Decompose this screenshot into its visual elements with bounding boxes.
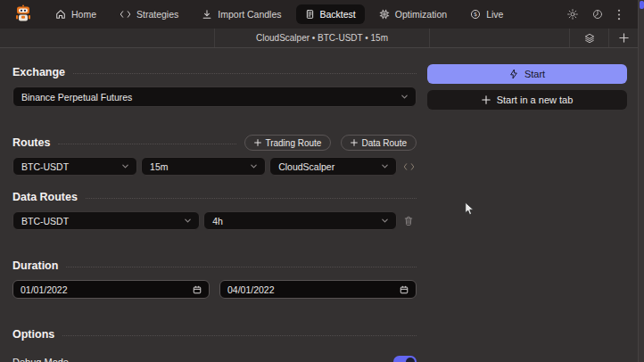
sessions-button[interactable] bbox=[569, 29, 608, 47]
scrollbar[interactable] bbox=[638, 0, 644, 362]
plus-icon bbox=[351, 139, 358, 146]
chevron-down-icon bbox=[250, 162, 258, 170]
data-routes-heading: Data Routes bbox=[12, 191, 78, 203]
exchange-heading: Exchange bbox=[12, 66, 65, 78]
start-new-tab-button[interactable]: Start in a new tab bbox=[427, 90, 627, 110]
exchange-section-header: Exchange bbox=[12, 64, 417, 80]
section-divider bbox=[66, 267, 417, 267]
start-button-label: Start bbox=[524, 69, 545, 79]
layers-icon bbox=[584, 33, 595, 44]
activity-gauge-button[interactable] bbox=[592, 9, 603, 20]
nav-label: Import Candles bbox=[218, 9, 281, 20]
data-routes-section-header: Data Routes bbox=[12, 189, 417, 205]
nav-label: Optimization bbox=[395, 9, 447, 20]
route-symbol-value: BTC-USDT bbox=[21, 161, 69, 172]
add-trading-route-label: Trading Route bbox=[265, 138, 321, 148]
session-tab[interactable]: CloudScalper • BTC-USDT • 15m bbox=[214, 29, 430, 47]
chip-icon bbox=[379, 9, 390, 20]
start-new-tab-label: Start in a new tab bbox=[497, 95, 574, 105]
nav-item-home[interactable]: Home bbox=[46, 4, 105, 24]
pie-chart-icon bbox=[592, 9, 603, 20]
duration-row: 01/01/2022 04/01/2022 bbox=[12, 280, 417, 299]
backtest-page: Exchange Binance Perpetual Futures Route… bbox=[0, 48, 644, 362]
toolbar-icons bbox=[569, 29, 638, 47]
nav-item-optimization[interactable]: Optimization bbox=[370, 4, 456, 24]
plus-icon bbox=[254, 139, 261, 146]
data-route-timeframe-value: 4h bbox=[212, 216, 223, 226]
nav-item-strategies[interactable]: Strategies bbox=[111, 4, 187, 24]
plus-icon bbox=[482, 95, 491, 104]
plus-icon bbox=[619, 33, 629, 43]
nav-label: Live bbox=[486, 9, 503, 20]
delete-data-route-button[interactable] bbox=[400, 216, 417, 226]
route-strategy-select[interactable]: CloudScalper bbox=[269, 157, 397, 176]
session-title: CloudScalper • BTC-USDT • 15m bbox=[256, 33, 388, 43]
exchange-select[interactable]: Binance Perpetual Futures bbox=[12, 86, 417, 107]
section-divider bbox=[58, 144, 236, 144]
nav-label: Backtest bbox=[320, 9, 356, 20]
chevron-down-icon bbox=[381, 217, 389, 225]
route-timeframe-select[interactable]: 15m bbox=[141, 157, 266, 176]
route-timeframe-value: 15m bbox=[150, 161, 168, 172]
data-route-row: BTC-USDT 4h bbox=[12, 211, 417, 230]
more-menu-button[interactable] bbox=[617, 9, 621, 21]
options-heading: Options bbox=[12, 328, 54, 341]
calendar-icon bbox=[193, 285, 202, 294]
scrollbar-thumb[interactable] bbox=[640, 1, 644, 9]
data-route-symbol-select[interactable]: BTC-USDT bbox=[12, 211, 200, 230]
section-divider bbox=[73, 73, 417, 74]
debug-mode-toggle[interactable] bbox=[393, 356, 417, 362]
download-icon bbox=[202, 9, 212, 20]
trading-route-row: BTC-USDT 15m CloudScalper bbox=[12, 157, 417, 176]
duration-section-header: Duration bbox=[12, 258, 417, 274]
code-icon bbox=[403, 162, 415, 171]
route-symbol-select[interactable]: BTC-USDT bbox=[12, 157, 137, 176]
robot-logo-icon bbox=[13, 4, 33, 24]
nav-item-backtest[interactable]: Backtest bbox=[296, 4, 365, 24]
debug-mode-label: Debug Mode bbox=[12, 357, 69, 362]
chevron-down-icon bbox=[121, 162, 129, 170]
route-strategy-value: CloudScalper bbox=[278, 161, 334, 172]
data-route-timeframe-select[interactable]: 4h bbox=[203, 211, 397, 230]
exchange-selected-value: Binance Perpetual Futures bbox=[21, 92, 132, 103]
code-icon bbox=[120, 10, 131, 19]
actions-panel: Start Start in a new tab bbox=[427, 64, 627, 362]
add-data-route-label: Data Route bbox=[361, 138, 407, 148]
section-divider bbox=[86, 198, 417, 199]
start-date-value: 01/01/2022 bbox=[21, 284, 68, 295]
main-nav: Home Strategies Import Candles Backtest … bbox=[46, 4, 512, 24]
nav-label: Home bbox=[71, 9, 96, 20]
chevron-down-icon bbox=[184, 217, 192, 225]
view-strategy-code-button[interactable] bbox=[400, 162, 417, 171]
options-section-header: Options bbox=[12, 326, 417, 342]
navbar-right-icons bbox=[567, 9, 621, 21]
add-data-route-button[interactable]: Data Route bbox=[341, 135, 417, 151]
start-date-input[interactable]: 01/01/2022 bbox=[12, 280, 210, 299]
start-button[interactable]: Start bbox=[427, 64, 627, 84]
end-date-value: 04/01/2022 bbox=[227, 284, 275, 295]
dollar-circle-icon: $ bbox=[470, 9, 481, 20]
debug-mode-row: Debug Mode bbox=[12, 356, 417, 362]
calendar-icon bbox=[400, 285, 409, 294]
document-icon bbox=[305, 9, 315, 20]
duration-heading: Duration bbox=[12, 259, 58, 272]
chevron-down-icon bbox=[400, 93, 409, 101]
session-toolbar: CloudScalper • BTC-USDT • 15m bbox=[0, 29, 644, 48]
nav-label: Strategies bbox=[136, 9, 178, 20]
app-logo[interactable] bbox=[12, 4, 34, 25]
nav-item-import-candles[interactable]: Import Candles bbox=[193, 4, 290, 24]
toggle-knob bbox=[406, 358, 415, 362]
kebab-menu-icon bbox=[617, 9, 621, 21]
add-trading-route-button[interactable]: Trading Route bbox=[244, 135, 331, 151]
end-date-input[interactable]: 04/01/2022 bbox=[219, 280, 417, 299]
lightning-bolt-icon bbox=[509, 69, 518, 79]
theme-toggle-button[interactable] bbox=[567, 9, 578, 20]
nav-item-live[interactable]: $ Live bbox=[461, 4, 512, 24]
routes-section-header: Routes Trading Route Data Route bbox=[12, 135, 417, 151]
backtest-form: Exchange Binance Perpetual Futures Route… bbox=[12, 64, 417, 362]
home-icon bbox=[55, 9, 66, 20]
sun-icon bbox=[567, 9, 578, 20]
routes-heading: Routes bbox=[12, 136, 50, 149]
new-session-button[interactable] bbox=[608, 29, 638, 47]
chevron-down-icon bbox=[381, 162, 389, 170]
